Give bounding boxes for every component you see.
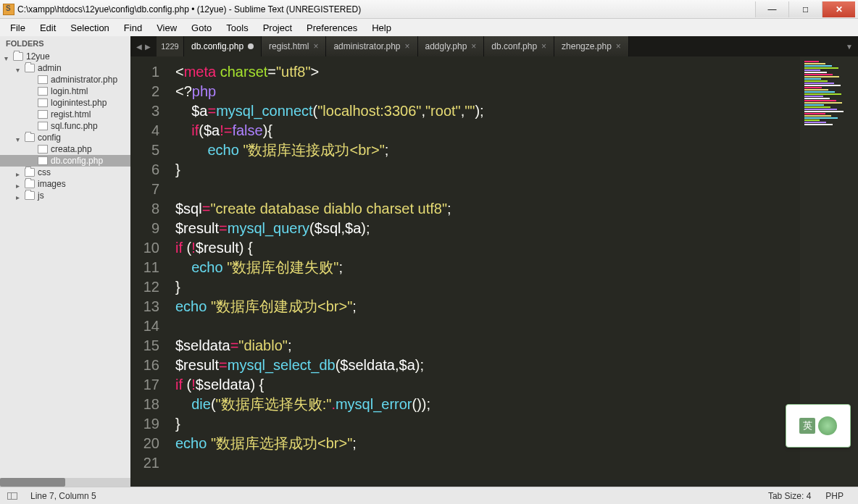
maximize-button[interactable]: □ bbox=[788, 1, 822, 17]
menu-preferences[interactable]: Preferences bbox=[299, 21, 365, 35]
tree-spacer bbox=[29, 76, 36, 83]
tab-close-icon[interactable]: × bbox=[471, 41, 476, 51]
menu-find[interactable]: Find bbox=[117, 21, 149, 35]
chevron-right-icon[interactable] bbox=[16, 169, 23, 176]
tab-close-icon[interactable]: × bbox=[541, 41, 546, 51]
tab-label: db.conf.php bbox=[491, 41, 537, 51]
code-editor[interactable]: <meta charset="utf8"><?php $a=mysql_conn… bbox=[167, 56, 800, 487]
minimize-button[interactable]: — bbox=[755, 1, 788, 17]
tree-item-label: login.html bbox=[51, 86, 88, 96]
tab-regist-html[interactable]: regist.html× bbox=[262, 36, 326, 56]
tab-label: zhengze.php bbox=[562, 41, 612, 51]
menubar: FileEditSelectionFindViewGotoToolsProjec… bbox=[0, 19, 858, 36]
titlebar: C:\xampp\htdocs\12yue\config\db.config.p… bbox=[0, 0, 858, 19]
ime-leaf-icon bbox=[818, 416, 837, 435]
tree-item-label: admin bbox=[38, 63, 62, 73]
folder-admin[interactable]: admin bbox=[0, 62, 130, 74]
tree-item-label: config bbox=[38, 133, 61, 143]
folder-icon bbox=[25, 64, 35, 72]
editor-area: ◀ ▶ 1229 db.config.phpregist.html×admini… bbox=[130, 36, 858, 487]
ime-widget[interactable]: 英 bbox=[786, 404, 851, 448]
menu-goto[interactable]: Goto bbox=[184, 21, 219, 35]
file-icon bbox=[38, 98, 48, 107]
tab-dropdown-icon[interactable]: ▼ bbox=[841, 36, 858, 56]
window-title: C:\xampp\htdocs\12yue\config\db.config.p… bbox=[17, 4, 361, 14]
folder-icon bbox=[25, 191, 35, 200]
tabstrip: ◀ ▶ 1229 db.config.phpregist.html×admini… bbox=[130, 36, 858, 56]
menu-view[interactable]: View bbox=[149, 21, 184, 35]
file-db-config-php[interactable]: db.config.php bbox=[0, 155, 130, 167]
status-panel-icon[interactable] bbox=[7, 492, 17, 500]
file-icon bbox=[38, 145, 48, 154]
tab-administrator-php[interactable]: administrator.php× bbox=[326, 36, 417, 56]
file-icon bbox=[38, 110, 48, 119]
file-administrator-php[interactable]: administrator.php bbox=[0, 74, 130, 85]
main-area: FOLDERS 12yueadminadministrator.phplogin… bbox=[0, 36, 858, 487]
tab-size[interactable]: Tab Size: 4 bbox=[761, 491, 818, 501]
tree-spacer bbox=[29, 157, 36, 164]
sidebar: FOLDERS 12yueadminadministrator.phplogin… bbox=[0, 36, 130, 487]
file-icon bbox=[38, 122, 48, 130]
menu-help[interactable]: Help bbox=[365, 21, 399, 35]
line-gutter: 123456789101112131415161718192021 bbox=[130, 56, 167, 487]
tab-overflow[interactable]: 1229 bbox=[157, 36, 184, 56]
file-icon bbox=[38, 75, 48, 84]
menu-selection[interactable]: Selection bbox=[63, 21, 116, 35]
tab-db-config-php[interactable]: db.config.php bbox=[184, 36, 262, 56]
tree-item-label: js bbox=[38, 190, 44, 201]
tab-addgly-php[interactable]: addgly.php× bbox=[418, 36, 485, 56]
folder-icon bbox=[25, 168, 35, 177]
chevron-down-icon[interactable] bbox=[4, 53, 12, 60]
sidebar-scrollbar[interactable] bbox=[0, 478, 130, 487]
app-icon bbox=[3, 4, 14, 15]
close-button[interactable]: ✕ bbox=[822, 1, 855, 17]
chevron-right-icon[interactable] bbox=[16, 180, 23, 188]
code-area: 123456789101112131415161718192021 <meta … bbox=[130, 56, 858, 487]
tree-item-label: css bbox=[38, 167, 51, 177]
file-loginintest-php[interactable]: loginintest.php bbox=[0, 97, 130, 109]
cursor-position[interactable]: Line 7, Column 5 bbox=[23, 491, 104, 501]
window-controls: — □ ✕ bbox=[755, 1, 855, 17]
tab-close-icon[interactable]: × bbox=[313, 41, 318, 51]
tree-item-label: 12yue bbox=[26, 51, 50, 62]
dirty-dot-icon bbox=[248, 43, 254, 49]
tab-label: addgly.php bbox=[425, 41, 467, 51]
tab-close-icon[interactable]: × bbox=[405, 41, 410, 51]
folder-js[interactable]: js bbox=[0, 190, 130, 201]
file-icon bbox=[38, 87, 48, 96]
tree-item-label: loginintest.php bbox=[51, 98, 107, 108]
chevron-right-icon[interactable] bbox=[16, 192, 23, 199]
statusbar: Line 7, Column 5 Tab Size: 4 PHP bbox=[0, 487, 858, 504]
file-creata-php[interactable]: creata.php bbox=[0, 143, 130, 155]
file-regist-html[interactable]: regist.html bbox=[0, 109, 130, 120]
folder-tree[interactable]: 12yueadminadministrator.phplogin.htmllog… bbox=[0, 51, 130, 478]
menu-edit[interactable]: Edit bbox=[33, 21, 63, 35]
menu-tools[interactable]: Tools bbox=[219, 21, 255, 35]
sidebar-scrollbar-thumb[interactable] bbox=[0, 478, 65, 487]
chevron-down-icon[interactable] bbox=[16, 64, 23, 72]
tab-label: administrator.php bbox=[333, 41, 400, 51]
tab-db-conf-php[interactable]: db.conf.php× bbox=[484, 36, 554, 56]
file-login-html[interactable]: login.html bbox=[0, 85, 130, 97]
folder-config[interactable]: config bbox=[0, 132, 130, 143]
tree-spacer bbox=[29, 122, 36, 130]
tab-zhengze-php[interactable]: zhengze.php× bbox=[554, 36, 629, 56]
tab-close-icon[interactable]: × bbox=[616, 41, 621, 51]
folder-images[interactable]: images bbox=[0, 178, 130, 190]
menu-project[interactable]: Project bbox=[256, 21, 299, 35]
file-sql-func-php[interactable]: sql.func.php bbox=[0, 120, 130, 132]
folder-icon bbox=[13, 52, 23, 61]
tab-prev-icon[interactable]: ◀ bbox=[136, 43, 142, 51]
tree-spacer bbox=[29, 88, 36, 95]
tab-next-icon[interactable]: ▶ bbox=[145, 43, 151, 51]
syntax-mode[interactable]: PHP bbox=[818, 491, 851, 501]
tree-item-label: creata.php bbox=[51, 144, 92, 154]
menu-file[interactable]: File bbox=[3, 21, 33, 35]
tree-spacer bbox=[29, 111, 36, 118]
tab-label: regist.html bbox=[269, 41, 309, 51]
folder-css[interactable]: css bbox=[0, 167, 130, 178]
folder-12yue[interactable]: 12yue bbox=[0, 51, 130, 62]
folder-icon bbox=[25, 133, 35, 142]
tree-item-label: images bbox=[38, 179, 66, 189]
chevron-down-icon[interactable] bbox=[16, 134, 23, 141]
